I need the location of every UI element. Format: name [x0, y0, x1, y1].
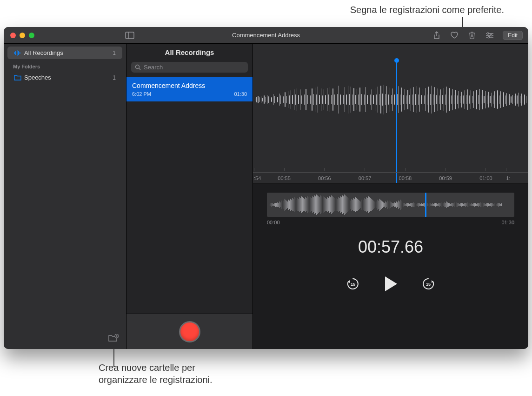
list-header: All Recordings — [126, 44, 253, 62]
recording-name: Commencement Address — [132, 82, 247, 89]
sidebar-item-label: Speeches — [24, 74, 113, 81]
time-tick: 01:00 — [466, 171, 506, 183]
svg-text:15: 15 — [426, 282, 431, 287]
edit-button[interactable]: Edit — [503, 31, 523, 40]
search-input[interactable] — [144, 64, 244, 71]
search-field[interactable] — [131, 62, 248, 73]
svg-text:15: 15 — [351, 282, 355, 287]
app-window: Commencement Address — [4, 27, 528, 349]
svg-rect-8 — [14, 52, 15, 54]
folder-icon — [14, 74, 24, 81]
sidebar-item-count: 1 — [113, 50, 116, 56]
skip-back-icon: 15 — [346, 277, 360, 291]
sidebar-icon — [125, 32, 134, 39]
window-controls — [4, 33, 34, 38]
maximize-window-button[interactable] — [29, 33, 34, 38]
time-tick: 00:56 — [304, 171, 345, 183]
sliders-icon — [485, 32, 494, 39]
titlebar: Commencement Address — [4, 27, 528, 44]
time-tick: :54 — [253, 171, 264, 183]
svg-rect-9 — [15, 51, 16, 55]
svg-rect-12 — [20, 52, 20, 54]
skip-forward-15-button[interactable]: 15 — [421, 277, 435, 291]
detail-pane: :5400:5500:5600:5700:5800:5901:001: 00:0… — [253, 44, 528, 349]
sidebar-item-all-recordings[interactable]: All Recordings 1 — [7, 47, 122, 59]
record-bar — [126, 314, 253, 349]
playhead[interactable] — [396, 60, 397, 183]
playback-controls: 15 15 — [253, 275, 528, 292]
waveform-overview[interactable] — [267, 193, 514, 217]
minimize-window-button[interactable] — [20, 33, 25, 38]
share-icon — [433, 31, 440, 40]
waveform-icon — [14, 50, 24, 56]
svg-rect-10 — [17, 50, 18, 56]
overview-start-time: 00:00 — [267, 220, 280, 225]
sidebar-item-label: All Recordings — [24, 49, 113, 56]
sidebar-item-speeches[interactable]: Speeches 1 — [7, 71, 122, 84]
sidebar-toggle-button[interactable] — [125, 32, 134, 39]
svg-point-16 — [136, 65, 140, 69]
new-folder-icon — [108, 334, 119, 342]
svg-rect-11 — [18, 51, 19, 55]
overview-end-time: 01:30 — [501, 220, 514, 225]
time-tick: 00:58 — [385, 171, 426, 183]
svg-point-7 — [488, 36, 490, 38]
svg-point-6 — [491, 34, 492, 36]
new-folder-button[interactable] — [108, 334, 119, 344]
delete-button[interactable] — [467, 31, 477, 40]
skip-forward-icon: 15 — [421, 277, 435, 291]
current-time-display: 00:57.66 — [253, 237, 528, 257]
time-tick: 00:59 — [426, 171, 466, 183]
callout-favorite: Segna le registrazioni come preferite. — [350, 5, 504, 15]
favorite-button[interactable] — [450, 31, 459, 40]
time-tick: 1: — [506, 171, 528, 183]
sidebar-item-count: 1 — [113, 74, 116, 81]
toolbar-right: Edit — [432, 31, 523, 40]
waveform-overview-section: 00:00 01:30 — [253, 183, 528, 225]
callout-new-folder: Crea nuove cartelle per organizzare le r… — [99, 362, 213, 386]
time-tick: 00:57 — [345, 171, 385, 183]
svg-point-5 — [487, 33, 489, 34]
waveform-detail[interactable]: :5400:5500:5600:5700:5800:5901:001: — [253, 44, 528, 183]
heart-icon — [450, 32, 459, 39]
recording-duration: 01:30 — [234, 91, 247, 97]
play-icon — [383, 275, 398, 292]
play-button[interactable] — [383, 275, 398, 292]
window-title: Commencement Address — [232, 32, 300, 39]
time-tick: 00:55 — [264, 171, 305, 183]
settings-button[interactable] — [485, 31, 494, 40]
trash-icon — [469, 31, 475, 39]
skip-back-15-button[interactable]: 15 — [346, 277, 360, 291]
time-ruler-ticks: :5400:5500:5600:5700:5800:5901:001: — [253, 171, 528, 183]
recordings-list: All Recordings Commencement Address 6:02… — [126, 44, 253, 349]
svg-rect-0 — [126, 32, 134, 39]
sidebar-section-my-folders: My Folders — [4, 59, 126, 71]
search-icon — [135, 64, 141, 70]
close-window-button[interactable] — [10, 33, 16, 38]
svg-line-17 — [139, 68, 141, 70]
recording-row[interactable]: Commencement Address 6:02 PM 01:30 — [126, 77, 253, 101]
share-button[interactable] — [432, 31, 441, 40]
recording-time: 6:02 PM — [132, 91, 151, 97]
record-button[interactable] — [179, 321, 200, 342]
sidebar: All Recordings 1 My Folders Speeches 1 — [4, 44, 126, 349]
